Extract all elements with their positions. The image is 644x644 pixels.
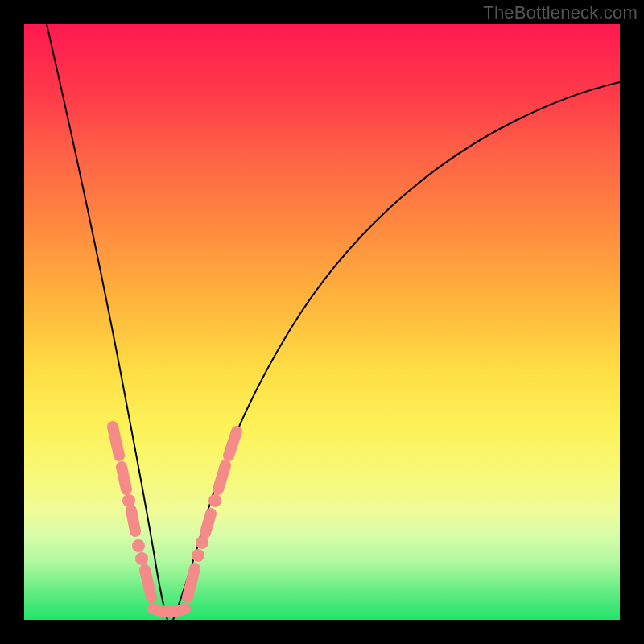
- marker-dot: [192, 549, 204, 562]
- marker-cluster-floor: [153, 609, 185, 612]
- watermark-text: TheBottleneck.com: [483, 2, 638, 23]
- marker-cluster-left: [113, 427, 119, 456]
- marker-dot: [208, 494, 221, 507]
- curve-layer: [24, 24, 620, 620]
- marker-cluster-left: [145, 570, 151, 597]
- left-curve: [47, 24, 167, 620]
- outer-frame: TheBottleneck.com: [0, 0, 644, 644]
- plot-area: [24, 24, 620, 620]
- marker-cluster-right: [218, 465, 225, 489]
- marker-cluster-right: [188, 568, 195, 597]
- marker-cluster-right: [205, 514, 211, 533]
- marker-cluster-left: [122, 467, 126, 489]
- marker-dot: [135, 552, 148, 565]
- marker-dot: [132, 539, 145, 552]
- marker-cluster-right: [229, 431, 237, 456]
- marker-cluster-left: [131, 510, 135, 531]
- right-curve: [173, 82, 620, 620]
